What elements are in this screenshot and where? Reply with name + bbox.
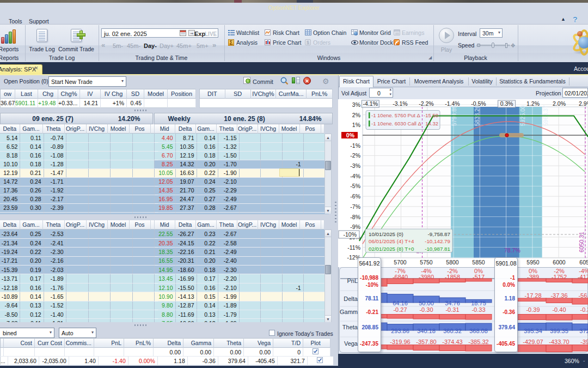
svg-text:0%: 0% [346, 132, 355, 138]
svg-text:3%: 3% [352, 101, 360, 108]
svg-text:Gamm: Gamm [340, 309, 358, 315]
svg-text:6050: 6050 [579, 259, 588, 266]
svg-text:372.: 372. [579, 328, 588, 334]
svg-text:399.35: 399.35 [550, 328, 568, 334]
svg-text:-0.31: -0.31 [445, 306, 459, 313]
svg-text:-374.43: -374.43 [442, 339, 462, 345]
svg-text:5800: 5800 [446, 259, 459, 266]
svg-text:5700: 5700 [394, 259, 407, 266]
svg-text:-2%: -2% [350, 152, 360, 159]
svg-text:-0.39: -0.39 [526, 306, 540, 313]
svg-text:64.16: 64.16 [393, 300, 408, 306]
svg-text:-2.2%: -2.2% [419, 100, 433, 107]
svg-text:0.3%: 0.3% [500, 100, 513, 107]
svg-text:14.32: 14.32 [425, 120, 438, 126]
svg-text:-0.3: -0.3 [580, 306, 588, 313]
svg-text:-1%: -1% [350, 142, 360, 149]
svg-text:PnL: PnL [347, 277, 358, 284]
svg-text:-8%: -8% [350, 214, 360, 220]
svg-text:-429.07: -429.07 [523, 339, 543, 345]
svg-text:-1.4%: -1.4% [445, 100, 460, 107]
svg-text:-5%: -5% [350, 183, 360, 189]
svg-text:-4%: -4% [350, 173, 360, 179]
svg-text:-1 10ene. 5760 Put Δ: -1 10ene. 5760 Put Δ [371, 112, 420, 118]
svg-text:02/01/2025 (8) T+0: 02/01/2025 (8) T+0 [369, 246, 414, 252]
svg-text:-0.30: -0.30 [419, 306, 433, 313]
svg-text:34.76: 34.76 [445, 300, 460, 306]
svg-text:-6840: -6840 [393, 274, 408, 280]
svg-text:293.86: 293.86 [391, 328, 409, 334]
svg-text:-17.28: -17.28 [524, 292, 541, 299]
svg-text:18.75: 18.75 [471, 300, 486, 306]
svg-text:-1858: -1858 [445, 274, 460, 280]
svg-text:-385.32: -385.32 [468, 339, 488, 345]
svg-text:-37.36: -37.36 [550, 292, 567, 299]
svg-text:-4.1%: -4.1% [363, 100, 378, 107]
svg-text:-9,758.87: -9,758.87 [428, 231, 450, 237]
svg-text:78.7%: 78.7% [504, 247, 520, 254]
svg-text:5850: 5850 [472, 259, 485, 266]
svg-text:1.2%: 1.2% [526, 100, 540, 107]
svg-text:-10,142.79: -10,142.79 [425, 238, 450, 244]
svg-text:-433.70: -433.70 [549, 339, 569, 345]
svg-text:-0.27: -0.27 [393, 306, 407, 313]
svg-text:-7%: -7% [350, 203, 360, 210]
svg-text:-9%: -9% [350, 224, 360, 230]
svg-text:-56.4: -56.4 [578, 292, 588, 299]
svg-text:6000: 6000 [553, 259, 566, 266]
svg-text:-0.40: -0.40 [552, 306, 566, 313]
svg-text:-0.5%: -0.5% [471, 100, 486, 107]
svg-text:-6%: -6% [350, 193, 360, 200]
svg-text:-3.1%: -3.1% [393, 100, 407, 107]
svg-text:-517: -517 [473, 274, 485, 280]
svg-text:360.32: 360.32 [443, 328, 462, 334]
svg-text:5950: 5950 [526, 259, 540, 266]
svg-text:-3%: -3% [350, 162, 360, 169]
svg-text:10/01/2025 (0): 10/01/2025 (0) [369, 231, 403, 237]
svg-text:Theta: Theta [342, 324, 358, 330]
svg-text:2.9%: 2.9% [579, 100, 588, 107]
svg-text:-1 10ene. 6030 Call Δ: -1 10ene. 6030 Call Δ [371, 120, 422, 126]
svg-text:Delta: Delta [344, 295, 358, 302]
svg-text:2%: 2% [352, 112, 360, 118]
svg-text:-1752: -1752 [552, 274, 567, 280]
svg-text:6050.31: 6050.31 [578, 232, 585, 252]
svg-text:340.18: 340.18 [417, 328, 436, 334]
svg-text:-15.50: -15.50 [424, 112, 438, 118]
svg-text:-10,987.81: -10,987.81 [425, 246, 450, 252]
svg-text:-357.80: -357.80 [416, 339, 436, 345]
svg-text:-11%: -11% [347, 244, 360, 251]
svg-text:06/01/2025 (4) T+4: 06/01/2025 (4) T+4 [369, 238, 414, 244]
svg-text:-319.96: -319.96 [390, 339, 410, 345]
svg-text:Vega: Vega [344, 340, 358, 347]
svg-text:5750: 5750 [420, 259, 433, 266]
svg-text:368.08: 368.08 [469, 328, 488, 334]
svg-text:-10%: -10% [343, 231, 357, 238]
svg-text:-395: -395 [580, 339, 588, 345]
svg-text:2.0%: 2.0% [553, 100, 566, 107]
svg-text:-389: -389 [527, 274, 539, 280]
svg-text:50.00: 50.00 [419, 300, 434, 306]
svg-text:-4174: -4174 [578, 274, 588, 280]
svg-text:-0.33: -0.33 [471, 306, 485, 313]
svg-text:1%: 1% [352, 122, 360, 128]
svg-text:-3980: -3980 [419, 274, 434, 280]
svg-text:395.34: 395.34 [524, 328, 542, 334]
